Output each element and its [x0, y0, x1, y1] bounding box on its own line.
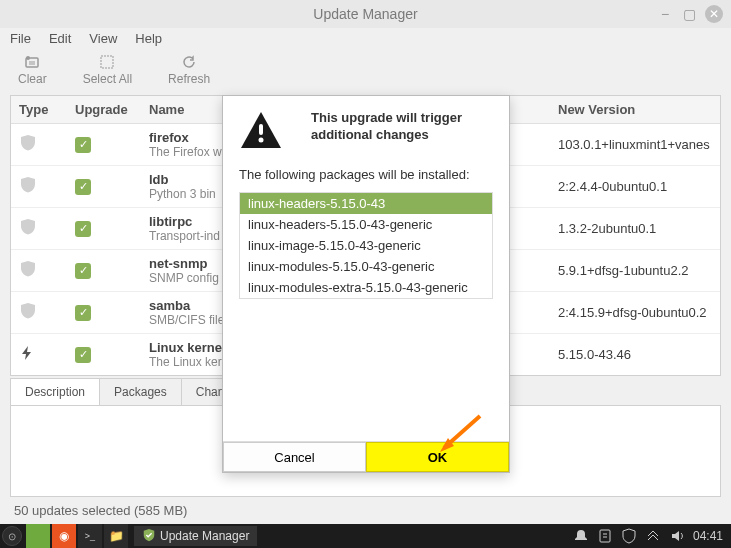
firefox-launcher[interactable]: ◉: [52, 524, 76, 548]
dialog-title: This upgrade will trigger additional cha…: [311, 110, 493, 153]
dialog-package-item[interactable]: linux-modules-5.15.0-43-generic: [240, 256, 492, 277]
svg-rect-5: [600, 530, 610, 542]
dialog-package-item[interactable]: linux-headers-5.15.0-43-generic: [240, 214, 492, 235]
menu-view[interactable]: View: [89, 31, 117, 46]
upgrade-cell: ✓: [69, 256, 141, 285]
shield-icon: [19, 176, 37, 194]
upgrade-checkbox[interactable]: ✓: [75, 347, 91, 363]
col-new-version[interactable]: New Version: [550, 96, 720, 123]
show-desktop-button[interactable]: [26, 524, 50, 548]
svg-point-1: [26, 56, 30, 60]
upgrade-checkbox[interactable]: ✓: [75, 137, 91, 153]
type-cell: [11, 170, 69, 203]
svg-rect-4: [259, 124, 263, 135]
version-cell: 1.3.2-2ubuntu0.1: [550, 215, 720, 242]
refresh-icon: [181, 54, 197, 70]
version-cell: 103.0.1+linuxmint1+vanes: [550, 131, 720, 158]
tab-packages[interactable]: Packages: [99, 378, 182, 405]
type-cell: [11, 339, 69, 370]
upgrade-cell: ✓: [69, 214, 141, 243]
upgrade-checkbox[interactable]: ✓: [75, 179, 91, 195]
task-update-manager[interactable]: Update Manager: [134, 526, 257, 546]
dialog-buttons: Cancel OK: [223, 441, 509, 472]
shield-icon: [19, 134, 37, 152]
dialog-body: This upgrade will trigger additional cha…: [223, 96, 509, 441]
dialog-package-item[interactable]: linux-image-5.15.0-43-generic: [240, 235, 492, 256]
svg-rect-2: [101, 56, 113, 68]
svg-point-3: [259, 138, 264, 143]
bolt-icon: [19, 349, 35, 364]
network-icon[interactable]: [645, 528, 661, 544]
statusbar: 50 updates selected (585 MB): [0, 497, 731, 524]
minimize-button[interactable]: −: [657, 6, 673, 22]
menu-edit[interactable]: Edit: [49, 31, 71, 46]
notification-icon[interactable]: [573, 528, 589, 544]
toolbar-select-all[interactable]: Select All: [83, 54, 132, 86]
close-button[interactable]: ✕: [705, 5, 723, 23]
window-controls: − ▢ ✕: [657, 5, 723, 23]
updates-tray-icon[interactable]: [597, 528, 613, 544]
upgrade-cell: ✓: [69, 298, 141, 327]
version-cell: 5.15.0-43.46: [550, 341, 720, 368]
col-type[interactable]: Type: [11, 96, 69, 123]
tab-description[interactable]: Description: [10, 378, 100, 405]
toolbar-clear-label: Clear: [18, 72, 47, 86]
menubar: File Edit View Help: [0, 28, 731, 50]
shield-icon: [19, 260, 37, 278]
version-cell: 2:4.15.9+dfsg-0ubuntu0.2: [550, 299, 720, 326]
upgrade-checkbox[interactable]: ✓: [75, 221, 91, 237]
cancel-button[interactable]: Cancel: [223, 442, 366, 472]
terminal-launcher[interactable]: >_: [78, 524, 102, 548]
start-menu-button[interactable]: ⊙: [0, 524, 24, 548]
upgrade-cell: ✓: [69, 172, 141, 201]
upgrade-cell: ✓: [69, 130, 141, 159]
dialog-text: The following packages will be installed…: [239, 167, 493, 182]
menu-file[interactable]: File: [10, 31, 31, 46]
shield-icon: [19, 302, 37, 320]
window-title: Update Manager: [313, 6, 417, 22]
upgrade-cell: ✓: [69, 340, 141, 369]
type-cell: [11, 128, 69, 161]
titlebar: Update Manager − ▢ ✕: [0, 0, 731, 28]
dialog-package-item[interactable]: linux-headers-5.15.0-43: [240, 193, 492, 214]
toolbar-select-all-label: Select All: [83, 72, 132, 86]
col-upgrade[interactable]: Upgrade: [69, 96, 141, 123]
type-cell: [11, 254, 69, 287]
confirm-dialog: This upgrade will trigger additional cha…: [222, 95, 510, 473]
dialog-package-list[interactable]: linux-headers-5.15.0-43linux-headers-5.1…: [239, 192, 493, 299]
upgrade-checkbox[interactable]: ✓: [75, 263, 91, 279]
version-cell: 5.9.1+dfsg-1ubuntu2.2: [550, 257, 720, 284]
upgrade-checkbox[interactable]: ✓: [75, 305, 91, 321]
clock[interactable]: 04:41: [693, 529, 723, 543]
security-tray-icon[interactable]: [621, 528, 637, 544]
toolbar-refresh[interactable]: Refresh: [168, 54, 210, 86]
shield-icon: [19, 218, 37, 236]
type-cell: [11, 296, 69, 329]
version-cell: 2:2.4.4-0ubuntu0.1: [550, 173, 720, 200]
status-text: 50 updates selected (585 MB): [14, 503, 187, 518]
system-tray: 04:41: [573, 528, 731, 544]
volume-icon[interactable]: [669, 528, 685, 544]
toolbar-clear[interactable]: Clear: [18, 54, 47, 86]
toolbar: Clear Select All Refresh: [0, 50, 731, 95]
ok-button[interactable]: OK: [366, 442, 509, 472]
dialog-package-item[interactable]: linux-modules-extra-5.15.0-43-generic: [240, 277, 492, 298]
select-all-icon: [99, 54, 115, 70]
files-launcher[interactable]: 📁: [104, 524, 128, 548]
taskbar: ⊙ ◉ >_ 📁 Update Manager 04:41: [0, 524, 731, 548]
clear-icon: [24, 54, 40, 70]
shield-check-icon: [142, 528, 156, 545]
toolbar-refresh-label: Refresh: [168, 72, 210, 86]
maximize-button[interactable]: ▢: [681, 6, 697, 22]
type-cell: [11, 212, 69, 245]
task-label: Update Manager: [160, 529, 249, 543]
taskbar-left: ⊙ ◉ >_ 📁 Update Manager: [0, 524, 257, 548]
menu-help[interactable]: Help: [135, 31, 162, 46]
warning-icon: [239, 110, 283, 153]
